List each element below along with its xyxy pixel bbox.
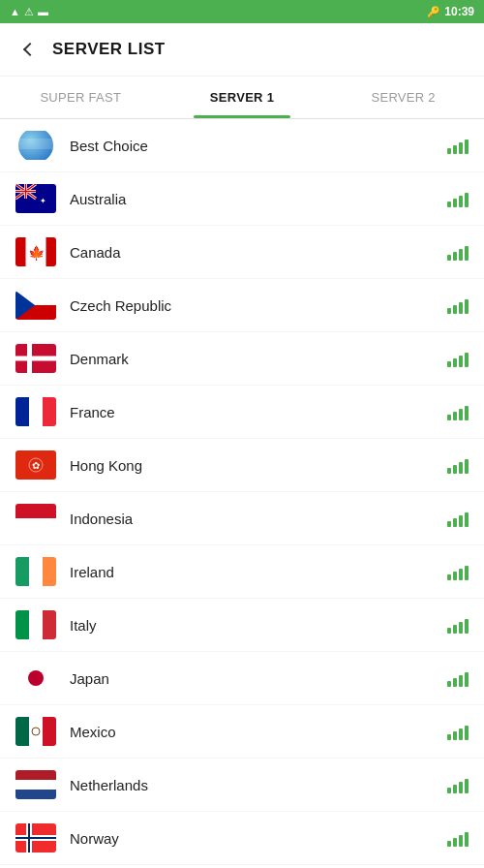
signal-status-icon: ▲ bbox=[10, 6, 20, 17]
signal-bars bbox=[447, 243, 469, 261]
country-name: France bbox=[70, 404, 447, 420]
country-name: Netherlands bbox=[70, 777, 447, 793]
signal-bars bbox=[447, 829, 469, 847]
list-item[interactable]: Mexico bbox=[0, 705, 484, 759]
flag-france bbox=[15, 397, 56, 426]
signal-bars bbox=[447, 403, 469, 420]
country-name: Indonesia bbox=[70, 511, 447, 527]
signal-bars bbox=[447, 190, 469, 207]
list-item[interactable]: France bbox=[0, 386, 484, 439]
country-name: Japan bbox=[70, 670, 447, 687]
svg-rect-12 bbox=[15, 237, 26, 266]
back-button[interactable] bbox=[15, 35, 45, 64]
signal-bars bbox=[447, 350, 469, 367]
svg-point-36 bbox=[28, 670, 44, 686]
signal-bars bbox=[447, 776, 469, 793]
flag-indonesia bbox=[15, 504, 56, 533]
svg-text:✿: ✿ bbox=[32, 460, 40, 471]
list-item[interactable]: Indonesia bbox=[0, 492, 484, 545]
back-chevron-icon bbox=[23, 43, 37, 56]
status-icons-right: 🔑 10:39 bbox=[427, 5, 474, 18]
flag-norway bbox=[15, 823, 56, 852]
svg-text:🍁: 🍁 bbox=[28, 245, 45, 262]
tab-bar: SUPER FAST SERVER 1 SERVER 2 bbox=[0, 77, 484, 119]
status-bar: ▲ ⚠ ▬ 🔑 10:39 bbox=[0, 0, 484, 23]
svg-rect-31 bbox=[43, 557, 56, 586]
country-name: Norway bbox=[70, 830, 447, 847]
signal-bars bbox=[447, 616, 469, 634]
list-item[interactable]: Czech Republic bbox=[0, 279, 484, 332]
svg-rect-29 bbox=[15, 557, 29, 586]
svg-rect-23 bbox=[43, 397, 56, 426]
svg-rect-38 bbox=[29, 717, 43, 746]
list-item[interactable]: Netherlands bbox=[0, 759, 484, 812]
flag-netherlands bbox=[15, 770, 56, 799]
svg-rect-37 bbox=[15, 717, 29, 746]
list-item[interactable]: Japan bbox=[0, 652, 484, 705]
list-item[interactable]: 🍁 Canada bbox=[0, 226, 484, 279]
list-item[interactable]: ✦ Australia bbox=[0, 172, 484, 226]
svg-rect-34 bbox=[43, 610, 56, 639]
list-item[interactable]: Best Choice bbox=[0, 119, 484, 172]
svg-rect-48 bbox=[15, 837, 56, 839]
flag-hong-kong: ✿ bbox=[15, 450, 56, 480]
flag-australia: ✦ bbox=[15, 184, 56, 213]
tab-server-2[interactable]: SERVER 2 bbox=[322, 77, 484, 118]
page-title: SERVER LIST bbox=[52, 40, 166, 59]
list-item[interactable]: Norway bbox=[0, 812, 484, 865]
country-name: Ireland bbox=[70, 564, 447, 580]
signal-bars bbox=[447, 669, 469, 687]
svg-rect-27 bbox=[15, 504, 56, 518]
svg-rect-20 bbox=[15, 356, 56, 361]
list-item[interactable]: Ireland bbox=[0, 545, 484, 599]
country-name: Mexico bbox=[70, 724, 447, 740]
svg-rect-28 bbox=[15, 518, 56, 533]
page-header: SERVER LIST bbox=[0, 23, 484, 77]
flag-canada: 🍁 bbox=[15, 237, 56, 266]
flag-japan bbox=[15, 664, 56, 693]
globe-icon bbox=[18, 131, 53, 160]
flag-mexico bbox=[15, 717, 56, 746]
country-name: Denmark bbox=[70, 351, 447, 367]
tab-super-fast[interactable]: SUPER FAST bbox=[0, 77, 162, 118]
tab-server-1[interactable]: SERVER 1 bbox=[162, 77, 323, 118]
svg-rect-43 bbox=[15, 790, 56, 799]
svg-text:✦: ✦ bbox=[40, 197, 46, 205]
signal-bars bbox=[447, 296, 469, 314]
flag-best-choice bbox=[15, 131, 56, 160]
country-name: Best Choice bbox=[70, 138, 447, 154]
signal-bars bbox=[447, 510, 469, 527]
list-item[interactable]: Italy bbox=[0, 599, 484, 652]
flag-denmark bbox=[15, 344, 56, 373]
country-name: Australia bbox=[70, 191, 447, 207]
country-name: Canada bbox=[70, 244, 447, 261]
svg-rect-41 bbox=[15, 770, 56, 780]
list-item[interactable]: Denmark bbox=[0, 332, 484, 386]
warning-icon: ⚠ bbox=[24, 6, 34, 18]
status-icons-left: ▲ ⚠ ▬ bbox=[10, 6, 48, 18]
battery-icon: ▬ bbox=[38, 6, 48, 17]
server-list: Best Choice ✦ bbox=[0, 119, 484, 868]
flag-ireland bbox=[15, 557, 56, 586]
country-name: Czech Republic bbox=[70, 297, 447, 314]
svg-rect-39 bbox=[43, 717, 56, 746]
signal-bars bbox=[447, 563, 469, 580]
svg-rect-42 bbox=[15, 780, 56, 790]
status-time: 10:39 bbox=[444, 5, 474, 18]
country-name: Hong Kong bbox=[70, 457, 447, 474]
signal-bars bbox=[447, 456, 469, 474]
flag-czech-republic bbox=[15, 291, 56, 320]
flag-italy bbox=[15, 610, 56, 639]
svg-rect-32 bbox=[15, 610, 29, 639]
signal-bars bbox=[447, 137, 469, 154]
list-item[interactable]: ✿ Hong Kong bbox=[0, 439, 484, 492]
svg-rect-21 bbox=[15, 397, 29, 426]
key-icon: 🔑 bbox=[427, 6, 440, 18]
svg-rect-33 bbox=[29, 610, 43, 639]
svg-rect-22 bbox=[29, 397, 43, 426]
svg-rect-30 bbox=[29, 557, 43, 586]
svg-rect-13 bbox=[46, 237, 57, 266]
signal-bars bbox=[447, 723, 469, 740]
country-name: Italy bbox=[70, 617, 447, 634]
